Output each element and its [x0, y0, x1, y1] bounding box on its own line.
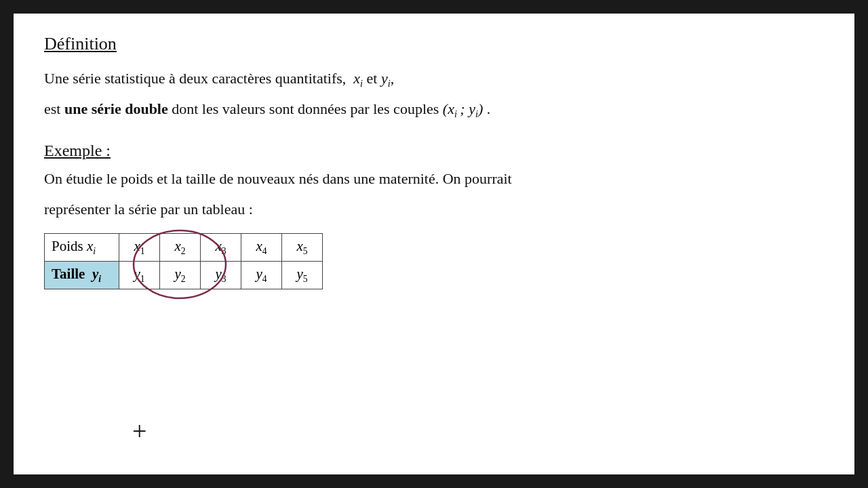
table-header-poids: Poids xi — [45, 233, 119, 261]
def-text1: Une série statistique à deux caractères … — [44, 70, 346, 87]
def-dot: . — [487, 100, 491, 117]
def-bold: une série double — [64, 100, 168, 117]
table-header-taille: Taille yi — [45, 262, 119, 289]
table-cell-y3: y3 — [201, 262, 241, 289]
table-row-poids: Poids xi x1 x2 x3 x4 x5 — [45, 233, 323, 261]
example-title: Exemple : — [44, 142, 824, 160]
def-dont: dont les valeurs sont données par les co… — [172, 100, 443, 117]
slide-content: Définition Une série statistique à deux … — [14, 14, 854, 474]
table-row-taille: Taille yi y1 y2 y3 y4 y5 — [45, 262, 323, 289]
table-cell-y4: y4 — [241, 262, 282, 289]
example-text2: représenter la série par un tableau : — [44, 197, 824, 221]
table-wrapper: Poids xi x1 x2 x3 x4 x5 Taille yi y1 y2 … — [44, 228, 323, 289]
table-cell-x5: x5 — [282, 233, 323, 261]
plus-sign: + — [132, 418, 146, 444]
table-cell-x2: x2 — [160, 233, 201, 261]
def-est: est — [44, 100, 64, 117]
table-cell-y5: y5 — [282, 262, 323, 289]
def-math-y: yi — [381, 70, 391, 87]
table-cell-y1: y1 — [119, 262, 160, 289]
table-cell-y2: y2 — [160, 262, 201, 289]
def-et: et — [367, 70, 381, 87]
table-cell-x4: x4 — [241, 233, 282, 261]
def-math-x: xi — [353, 70, 363, 87]
def-math-couple: (xi ; yi) — [443, 100, 483, 117]
def-comma: , — [391, 70, 395, 87]
data-table: Poids xi x1 x2 x3 x4 x5 Taille yi y1 y2 … — [44, 233, 323, 289]
example-text1: On étudie le poids et la taille de nouve… — [44, 167, 824, 190]
definition-title: Définition — [44, 34, 824, 54]
definition-line2: est une série double dont les valeurs so… — [44, 97, 824, 122]
table-cell-x3: x3 — [201, 233, 241, 261]
table-cell-x1: x1 — [119, 233, 160, 261]
definition-line1: Une série statistique à deux caractères … — [44, 66, 824, 92]
